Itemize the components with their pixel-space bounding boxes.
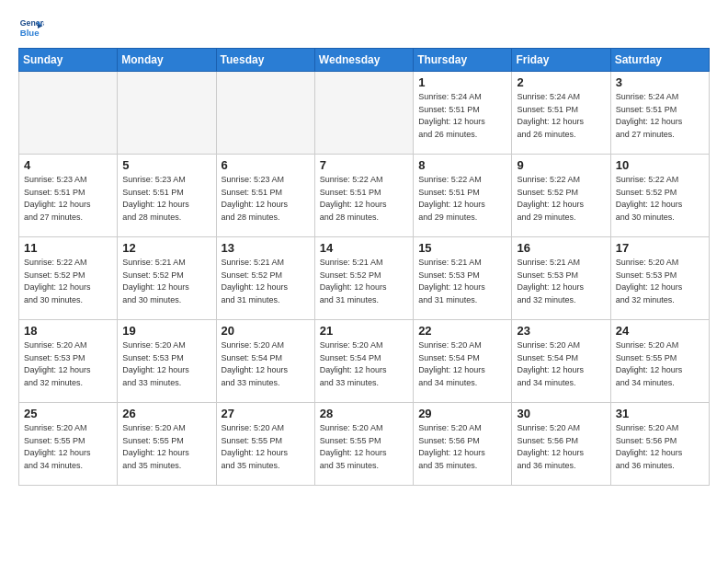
weekday-header-thursday: Thursday — [414, 49, 512, 72]
svg-text:Blue: Blue — [20, 28, 40, 38]
calendar-cell: 12Sunrise: 5:21 AM Sunset: 5:52 PM Dayli… — [118, 237, 216, 320]
calendar-cell: 4Sunrise: 5:23 AM Sunset: 5:51 PM Daylig… — [19, 155, 118, 237]
calendar-cell: 20Sunrise: 5:20 AM Sunset: 5:54 PM Dayli… — [216, 320, 314, 403]
weekday-header-sunday: Sunday — [19, 49, 118, 72]
day-info: Sunrise: 5:20 AM Sunset: 5:54 PM Dayligh… — [418, 339, 506, 389]
calendar-cell: 3Sunrise: 5:24 AM Sunset: 5:51 PM Daylig… — [610, 72, 709, 155]
calendar-cell: 8Sunrise: 5:22 AM Sunset: 5:51 PM Daylig… — [414, 155, 512, 237]
day-info: Sunrise: 5:21 AM Sunset: 5:53 PM Dayligh… — [517, 257, 605, 306]
calendar-cell: 25Sunrise: 5:20 AM Sunset: 5:55 PM Dayli… — [19, 403, 118, 486]
day-number: 16 — [517, 241, 605, 255]
day-info: Sunrise: 5:21 AM Sunset: 5:52 PM Dayligh… — [222, 257, 310, 306]
calendar-cell: 18Sunrise: 5:20 AM Sunset: 5:53 PM Dayli… — [19, 320, 118, 403]
day-number: 18 — [24, 324, 112, 338]
day-number: 10 — [616, 158, 704, 172]
day-info: Sunrise: 5:22 AM Sunset: 5:51 PM Dayligh… — [418, 174, 506, 224]
calendar-body: 1Sunrise: 5:24 AM Sunset: 5:51 PM Daylig… — [19, 72, 710, 486]
calendar-cell: 10Sunrise: 5:22 AM Sunset: 5:52 PM Dayli… — [610, 155, 709, 237]
week-row-1: 1Sunrise: 5:24 AM Sunset: 5:51 PM Daylig… — [19, 72, 710, 155]
calendar-table: SundayMondayTuesdayWednesdayThursdayFrid… — [18, 48, 710, 486]
day-info: Sunrise: 5:20 AM Sunset: 5:55 PM Dayligh… — [122, 422, 210, 472]
calendar-cell: 17Sunrise: 5:20 AM Sunset: 5:53 PM Dayli… — [610, 237, 709, 320]
calendar-cell: 24Sunrise: 5:20 AM Sunset: 5:55 PM Dayli… — [610, 320, 709, 403]
day-info: Sunrise: 5:22 AM Sunset: 5:52 PM Dayligh… — [616, 174, 704, 224]
day-info: Sunrise: 5:22 AM Sunset: 5:51 PM Dayligh… — [320, 174, 408, 224]
calendar-cell: 16Sunrise: 5:21 AM Sunset: 5:53 PM Dayli… — [512, 237, 610, 320]
day-info: Sunrise: 5:23 AM Sunset: 5:51 PM Dayligh… — [222, 174, 310, 224]
day-info: Sunrise: 5:22 AM Sunset: 5:52 PM Dayligh… — [517, 174, 605, 224]
weekday-header-wednesday: Wednesday — [314, 49, 413, 72]
day-number: 30 — [517, 407, 605, 420]
day-number: 13 — [222, 241, 310, 255]
day-number: 11 — [24, 241, 112, 255]
day-info: Sunrise: 5:20 AM Sunset: 5:54 PM Dayligh… — [517, 339, 605, 389]
calendar-cell: 21Sunrise: 5:20 AM Sunset: 5:54 PM Dayli… — [314, 320, 413, 403]
calendar-cell: 2Sunrise: 5:24 AM Sunset: 5:51 PM Daylig… — [512, 72, 610, 155]
day-number: 27 — [222, 407, 310, 420]
calendar-cell: 5Sunrise: 5:23 AM Sunset: 5:51 PM Daylig… — [118, 155, 216, 237]
calendar-cell: 28Sunrise: 5:20 AM Sunset: 5:55 PM Dayli… — [314, 403, 413, 486]
day-info: Sunrise: 5:20 AM Sunset: 5:56 PM Dayligh… — [418, 422, 506, 472]
day-number: 21 — [320, 324, 408, 338]
calendar-cell — [216, 72, 314, 155]
day-number: 19 — [122, 324, 210, 338]
day-info: Sunrise: 5:20 AM Sunset: 5:53 PM Dayligh… — [616, 257, 704, 306]
logo-icon: General Blue — [18, 15, 44, 40]
day-info: Sunrise: 5:22 AM Sunset: 5:52 PM Dayligh… — [24, 257, 112, 306]
calendar-cell — [19, 72, 118, 155]
day-number: 28 — [320, 407, 408, 420]
day-info: Sunrise: 5:20 AM Sunset: 5:53 PM Dayligh… — [122, 339, 210, 389]
day-number: 6 — [222, 158, 310, 172]
day-info: Sunrise: 5:20 AM Sunset: 5:56 PM Dayligh… — [517, 422, 605, 472]
day-number: 4 — [24, 158, 112, 172]
calendar-cell: 11Sunrise: 5:22 AM Sunset: 5:52 PM Dayli… — [19, 237, 118, 320]
day-number: 22 — [418, 324, 506, 338]
day-number: 7 — [320, 158, 408, 172]
day-number: 9 — [517, 158, 605, 172]
weekday-header-saturday: Saturday — [610, 49, 709, 72]
day-number: 5 — [122, 158, 210, 172]
day-info: Sunrise: 5:20 AM Sunset: 5:55 PM Dayligh… — [222, 422, 310, 472]
calendar-cell: 9Sunrise: 5:22 AM Sunset: 5:52 PM Daylig… — [512, 155, 610, 237]
calendar-cell: 22Sunrise: 5:20 AM Sunset: 5:54 PM Dayli… — [414, 320, 512, 403]
day-number: 17 — [616, 241, 704, 255]
day-info: Sunrise: 5:20 AM Sunset: 5:55 PM Dayligh… — [24, 422, 112, 472]
calendar-cell: 27Sunrise: 5:20 AM Sunset: 5:55 PM Dayli… — [216, 403, 314, 486]
day-number: 26 — [122, 407, 210, 420]
calendar-cell: 19Sunrise: 5:20 AM Sunset: 5:53 PM Dayli… — [118, 320, 216, 403]
weekday-header-monday: Monday — [118, 49, 216, 72]
calendar-cell: 30Sunrise: 5:20 AM Sunset: 5:56 PM Dayli… — [512, 403, 610, 486]
page-header: General Blue — [18, 15, 710, 40]
day-info: Sunrise: 5:20 AM Sunset: 5:55 PM Dayligh… — [616, 339, 704, 389]
calendar-cell — [314, 72, 413, 155]
weekday-header-row: SundayMondayTuesdayWednesdayThursdayFrid… — [19, 49, 710, 72]
day-number: 3 — [616, 75, 704, 89]
day-number: 23 — [517, 324, 605, 338]
calendar-cell: 23Sunrise: 5:20 AM Sunset: 5:54 PM Dayli… — [512, 320, 610, 403]
day-info: Sunrise: 5:23 AM Sunset: 5:51 PM Dayligh… — [24, 174, 112, 224]
logo: General Blue — [18, 15, 48, 40]
day-info: Sunrise: 5:21 AM Sunset: 5:53 PM Dayligh… — [418, 257, 506, 306]
day-number: 2 — [517, 75, 605, 89]
week-row-2: 4Sunrise: 5:23 AM Sunset: 5:51 PM Daylig… — [19, 155, 710, 237]
day-info: Sunrise: 5:20 AM Sunset: 5:53 PM Dayligh… — [24, 339, 112, 389]
calendar-cell: 7Sunrise: 5:22 AM Sunset: 5:51 PM Daylig… — [314, 155, 413, 237]
day-info: Sunrise: 5:20 AM Sunset: 5:55 PM Dayligh… — [320, 422, 408, 472]
day-number: 8 — [418, 158, 506, 172]
calendar-cell — [118, 72, 216, 155]
calendar-cell: 29Sunrise: 5:20 AM Sunset: 5:56 PM Dayli… — [414, 403, 512, 486]
day-info: Sunrise: 5:20 AM Sunset: 5:56 PM Dayligh… — [616, 422, 704, 472]
day-number: 12 — [122, 241, 210, 255]
day-info: Sunrise: 5:20 AM Sunset: 5:54 PM Dayligh… — [320, 339, 408, 389]
week-row-4: 18Sunrise: 5:20 AM Sunset: 5:53 PM Dayli… — [19, 320, 710, 403]
week-row-3: 11Sunrise: 5:22 AM Sunset: 5:52 PM Dayli… — [19, 237, 710, 320]
day-number: 14 — [320, 241, 408, 255]
calendar-cell: 26Sunrise: 5:20 AM Sunset: 5:55 PM Dayli… — [118, 403, 216, 486]
calendar-cell: 13Sunrise: 5:21 AM Sunset: 5:52 PM Dayli… — [216, 237, 314, 320]
weekday-header-tuesday: Tuesday — [216, 49, 314, 72]
day-info: Sunrise: 5:21 AM Sunset: 5:52 PM Dayligh… — [122, 257, 210, 306]
day-info: Sunrise: 5:21 AM Sunset: 5:52 PM Dayligh… — [320, 257, 408, 306]
day-info: Sunrise: 5:20 AM Sunset: 5:54 PM Dayligh… — [222, 339, 310, 389]
calendar-cell: 14Sunrise: 5:21 AM Sunset: 5:52 PM Dayli… — [314, 237, 413, 320]
day-info: Sunrise: 5:24 AM Sunset: 5:51 PM Dayligh… — [418, 91, 506, 141]
